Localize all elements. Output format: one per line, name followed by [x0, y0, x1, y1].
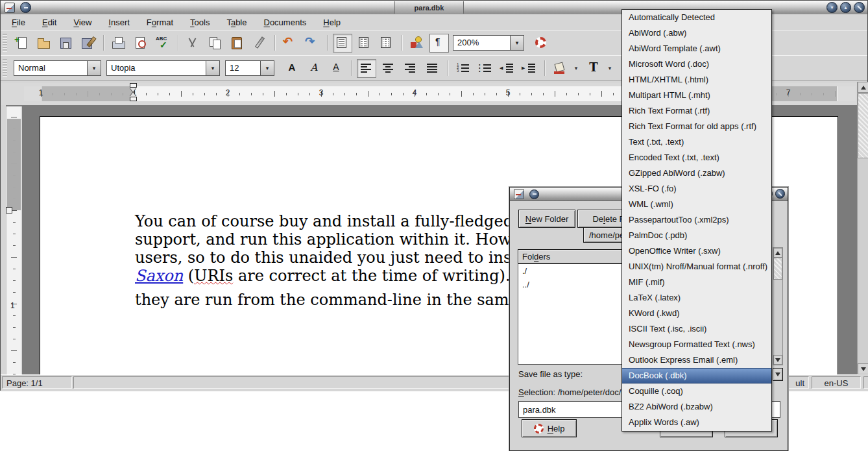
vertical-scrollbar[interactable]	[857, 82, 868, 374]
print-icon[interactable]	[109, 34, 128, 53]
open-icon[interactable]	[34, 34, 54, 53]
chevron-down-icon[interactable]: ▾	[605, 60, 615, 77]
scrollbar-thumb[interactable]	[858, 93, 868, 158]
format-option[interactable]: Coquille (.coq)	[622, 384, 771, 399]
files-list-scrollbar[interactable]	[773, 247, 783, 365]
format-option[interactable]: HTML/XHTML (.html)	[622, 72, 771, 88]
format-option[interactable]: Automatically Detected	[622, 10, 771, 25]
align-center-icon[interactable]	[379, 59, 398, 78]
stylus-icon[interactable]	[250, 34, 269, 53]
menu-file[interactable]: File	[3, 16, 34, 29]
chevron-down-icon[interactable]: ▾	[206, 60, 220, 76]
format-option[interactable]: ISCII Text (.isc, .iscii)	[622, 321, 771, 337]
help-lifebuoy-icon[interactable]	[532, 34, 551, 53]
format-option[interactable]: AbiWord Template (.awt)	[622, 41, 771, 56]
show-formatting-marks-icon[interactable]	[429, 34, 449, 53]
paste-icon[interactable]	[228, 34, 247, 53]
undo-icon[interactable]	[280, 34, 300, 53]
format-option[interactable]: Applix Words (.aw)	[622, 415, 771, 430]
file-type-dropdown-arrow-icon[interactable]	[773, 368, 783, 381]
cut-icon[interactable]	[184, 34, 203, 53]
font-select[interactable]: Utopia ▾	[106, 60, 220, 76]
view-three-columns-icon[interactable]	[377, 34, 396, 53]
format-option[interactable]: Microsoft Word (.doc)	[622, 56, 771, 72]
format-option[interactable]: MIF (.mif)	[622, 274, 771, 290]
format-option-selected[interactable]: DocBook (.dbk)	[622, 368, 771, 384]
scroll-down-icon[interactable]	[773, 355, 782, 365]
save-icon[interactable]	[56, 34, 76, 53]
format-option[interactable]: Rich Text Format (.rtf)	[622, 103, 771, 119]
format-option[interactable]: OpenOffice Writer (.sxw)	[622, 243, 771, 259]
format-option[interactable]: KWord (.kwd)	[622, 306, 771, 321]
format-option[interactable]: PassepartoutToo (.xml2ps)	[622, 212, 771, 228]
menu-documents[interactable]: Documents	[256, 16, 315, 29]
redo-icon[interactable]	[302, 34, 322, 53]
chevron-down-icon[interactable]: ▾	[87, 60, 101, 76]
window-menu-button[interactable]	[20, 2, 31, 13]
print-preview-icon[interactable]	[131, 34, 151, 53]
bulleted-list-icon[interactable]	[476, 59, 495, 78]
new-document-icon[interactable]	[12, 34, 32, 53]
format-option[interactable]: WML (.wml)	[622, 197, 771, 212]
scroll-up-icon[interactable]	[773, 248, 782, 258]
close-window-icon[interactable]	[854, 2, 865, 13]
maximize-window-icon[interactable]: ▴	[840, 2, 851, 13]
copy-icon[interactable]	[206, 34, 225, 53]
numbered-list-icon[interactable]	[453, 59, 473, 78]
italic-icon[interactable]	[304, 59, 324, 78]
format-option[interactable]: Multipart HTML (.mht)	[622, 88, 771, 103]
format-option[interactable]: UNIX(tm) Nroff/Manual format (.nroff)	[622, 259, 771, 274]
zoom-select[interactable]: 200% ▾	[453, 35, 524, 51]
format-option[interactable]: GZipped AbiWord (.zabw)	[622, 165, 771, 181]
menu-edit[interactable]: Edit	[34, 16, 65, 29]
style-value[interactable]: Normal	[14, 60, 87, 76]
toolbar-drag-handle[interactable]	[3, 34, 7, 52]
style-select[interactable]: Normal ▾	[14, 60, 101, 76]
language-indicator[interactable]: en-US	[812, 376, 861, 389]
format-option[interactable]: PalmDoc (.pdb)	[622, 228, 771, 243]
scroll-down-icon[interactable]	[858, 363, 868, 374]
indent-marker[interactable]	[130, 83, 137, 101]
new-folder-button[interactable]: New Folder	[518, 210, 575, 228]
format-option[interactable]: Newsgroup Formatted Text (.nws)	[622, 337, 771, 352]
format-option[interactable]: AbiWord (.abw)	[622, 25, 771, 41]
insert-shapes-icon[interactable]	[407, 34, 427, 53]
format-option[interactable]: LaTeX (.latex)	[622, 290, 771, 306]
font-color-icon[interactable]	[584, 59, 603, 78]
underline-icon[interactable]	[326, 59, 346, 78]
chevron-down-icon[interactable]: ▾	[571, 60, 581, 77]
chevron-down-icon[interactable]: ▾	[510, 35, 524, 51]
scroll-up-icon[interactable]	[858, 82, 868, 93]
view-one-column-icon[interactable]	[333, 34, 352, 53]
format-option[interactable]: Outlook Express Email (.eml)	[622, 352, 771, 368]
font-size-select[interactable]: 12 ▾	[225, 60, 274, 76]
align-left-icon[interactable]	[357, 59, 376, 78]
format-option[interactable]: Rich Text Format for old apps (.rtf)	[622, 119, 771, 134]
format-option[interactable]: BZ2 AbiWord (.bzabw)	[622, 399, 771, 415]
align-justify-icon[interactable]	[423, 59, 442, 78]
menu-tools[interactable]: Tools	[182, 16, 218, 29]
margin-marker[interactable]	[6, 207, 12, 213]
scrollbar-thumb[interactable]	[773, 258, 782, 280]
format-option[interactable]: XSL-FO (.fo)	[622, 181, 771, 197]
font-value[interactable]: Utopia	[106, 60, 206, 76]
menu-view[interactable]: View	[65, 16, 100, 29]
view-two-columns-icon[interactable]	[355, 34, 374, 53]
save-as-icon[interactable]	[78, 34, 98, 53]
menu-insert[interactable]: Insert	[100, 16, 138, 29]
font-size-value[interactable]: 12	[225, 60, 260, 76]
bold-icon[interactable]	[282, 59, 302, 78]
close-window-icon[interactable]	[775, 189, 785, 199]
zoom-value[interactable]: 200%	[453, 35, 510, 51]
menu-help[interactable]: Help	[315, 16, 349, 29]
hyperlink-saxon[interactable]: Saxon	[135, 267, 183, 285]
menu-format[interactable]: Format	[138, 16, 182, 29]
decrease-indent-icon[interactable]	[498, 59, 517, 78]
toolbar-drag-handle[interactable]	[3, 59, 7, 77]
chevron-down-icon[interactable]: ▾	[260, 60, 274, 76]
format-option[interactable]: Encoded Text (.txt, .text)	[622, 150, 771, 165]
help-button[interactable]: Help	[522, 419, 577, 437]
menu-table[interactable]: Table	[218, 16, 255, 29]
window-menu-button[interactable]	[529, 189, 539, 199]
increase-indent-icon[interactable]	[520, 59, 539, 78]
